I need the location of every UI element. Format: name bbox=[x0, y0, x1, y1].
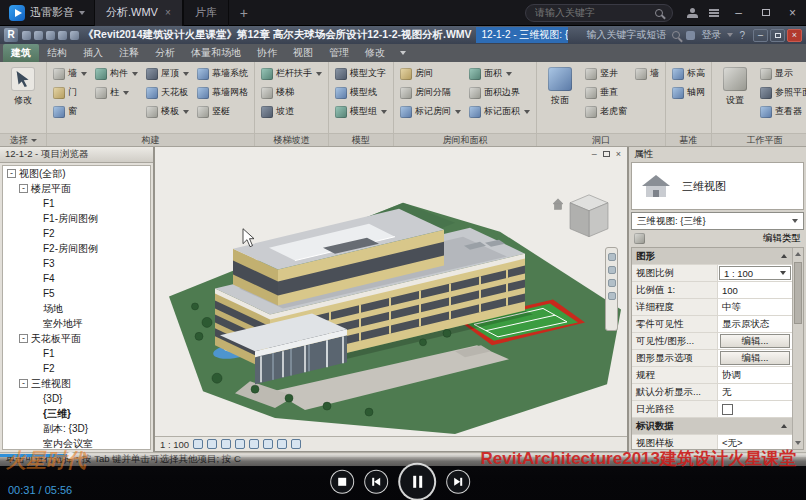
ribbon-tab[interactable]: 插入 bbox=[75, 44, 111, 62]
stair-button[interactable]: 楼梯 bbox=[258, 83, 325, 102]
floor-button[interactable]: 楼板 bbox=[143, 102, 192, 121]
model-group-button[interactable]: 模型组 bbox=[332, 102, 390, 121]
shadows-icon[interactable] bbox=[235, 439, 245, 449]
ribbon-tab[interactable]: 结构 bbox=[39, 44, 75, 62]
quick-access-toolbar[interactable] bbox=[22, 31, 79, 40]
tree-item[interactable]: F1 bbox=[3, 346, 150, 361]
tree-item[interactable]: F5 bbox=[3, 286, 150, 301]
zoom-icon[interactable] bbox=[608, 279, 616, 287]
unlocked-view-icon[interactable] bbox=[291, 439, 301, 449]
navigation-bar[interactable] bbox=[605, 247, 618, 331]
crop-view-icon[interactable] bbox=[263, 439, 273, 449]
vertical-opening-button[interactable]: 垂直 bbox=[582, 83, 630, 102]
next-button[interactable] bbox=[446, 470, 470, 494]
panel-label-circulation[interactable]: 楼梯坡道 bbox=[255, 133, 328, 146]
tab-close-icon[interactable]: × bbox=[165, 7, 171, 18]
infocenter-search-icon[interactable] bbox=[672, 31, 680, 39]
tree-item[interactable]: 室外地坪 bbox=[3, 316, 150, 331]
ceiling-button[interactable]: 天花板 bbox=[143, 83, 192, 102]
property-row[interactable]: 标识数据 bbox=[632, 418, 792, 435]
door-button[interactable]: 门 bbox=[50, 83, 90, 102]
tree-item[interactable]: F3 bbox=[3, 256, 150, 271]
curtain-system-button[interactable]: 幕墙系统 bbox=[194, 64, 251, 83]
detail-level-icon[interactable] bbox=[193, 439, 203, 449]
tree-item[interactable]: 场地 bbox=[3, 301, 150, 316]
player-close-button[interactable]: × bbox=[779, 0, 806, 26]
panel-label-datum[interactable]: 基准 bbox=[666, 133, 711, 146]
property-row[interactable]: 零件可见性 显示原状态 bbox=[632, 316, 792, 333]
property-value[interactable] bbox=[718, 401, 792, 417]
edit-type-button[interactable]: 编辑类型 bbox=[763, 232, 801, 245]
orbit-icon[interactable] bbox=[608, 292, 616, 300]
opening-by-face-button[interactable]: 按面 bbox=[540, 64, 580, 107]
player-tab-library[interactable]: 片库 bbox=[183, 0, 229, 26]
player-minimize-button[interactable]: – bbox=[725, 0, 752, 26]
app-logo[interactable]: 迅雷影音 bbox=[0, 5, 94, 21]
room-separator-button[interactable]: 房间分隔 bbox=[397, 83, 464, 102]
revit-restore-button[interactable] bbox=[770, 29, 785, 42]
tree-item[interactable]: F1 bbox=[3, 196, 150, 211]
property-value[interactable]: 协调 bbox=[718, 367, 792, 383]
tree-item[interactable]: F4 bbox=[3, 271, 150, 286]
property-value[interactable]: 中等 bbox=[718, 299, 792, 315]
redo-icon[interactable] bbox=[58, 31, 67, 40]
ribbon-tab[interactable]: 管理 bbox=[321, 44, 357, 62]
property-row[interactable]: 图形 bbox=[632, 248, 792, 265]
property-row[interactable]: 日光路径 bbox=[632, 401, 792, 418]
sun-path-icon[interactable] bbox=[221, 439, 231, 449]
previous-button[interactable] bbox=[364, 470, 388, 494]
subscription-icon[interactable] bbox=[686, 31, 695, 40]
visual-style-icon[interactable] bbox=[207, 439, 217, 449]
tag-area-button[interactable]: 标记面积 bbox=[466, 102, 533, 121]
property-row[interactable]: 详细程度 中等 bbox=[632, 299, 792, 316]
panel-label-model[interactable]: 模型 bbox=[329, 133, 393, 146]
show-workplane-button[interactable]: 显示 bbox=[757, 64, 806, 83]
ribbon-tab[interactable]: 协作 bbox=[249, 44, 285, 62]
ribbon-tab[interactable]: 修改 bbox=[357, 44, 393, 62]
panel-label-select[interactable]: 选择 bbox=[0, 133, 46, 146]
property-row[interactable]: 比例值 1: 100 bbox=[632, 282, 792, 299]
ribbon-tab[interactable]: 视图 bbox=[285, 44, 321, 62]
player-search-box[interactable] bbox=[525, 4, 673, 22]
tag-room-button[interactable]: 标记房间 bbox=[397, 102, 464, 121]
steering-wheel-icon[interactable] bbox=[608, 253, 616, 261]
tree-item[interactable]: F2 bbox=[3, 226, 150, 241]
set-workplane-button[interactable]: 设置 bbox=[715, 64, 755, 107]
property-value[interactable]: 编辑... bbox=[720, 351, 790, 365]
view-close-icon[interactable]: × bbox=[616, 149, 621, 159]
ribbon-display-toggle-icon[interactable] bbox=[400, 51, 406, 55]
window-button[interactable]: 窗 bbox=[50, 102, 90, 121]
revit-logo[interactable]: R bbox=[4, 28, 18, 42]
panel-label-build[interactable]: 构建 bbox=[47, 133, 254, 146]
ribbon-tab[interactable]: 建筑 bbox=[3, 44, 39, 62]
dormer-opening-button[interactable]: 老虎窗 bbox=[582, 102, 630, 121]
video-area[interactable]: R 《Revit2014建筑设计火星课堂》第12章 高尔夫球场会所设计12-1-… bbox=[0, 26, 806, 500]
user-button[interactable] bbox=[681, 0, 703, 26]
ribbon-tab[interactable]: 分析 bbox=[147, 44, 183, 62]
save-icon[interactable] bbox=[34, 31, 43, 40]
undo-icon[interactable] bbox=[46, 31, 55, 40]
property-value[interactable]: 无 bbox=[718, 384, 792, 400]
tree-item[interactable]: {3D} bbox=[3, 391, 150, 406]
property-value[interactable]: 显示原状态 bbox=[718, 316, 792, 332]
revit-minimize-button[interactable]: – bbox=[753, 29, 768, 42]
property-value[interactable]: 编辑... bbox=[720, 334, 790, 348]
search-input[interactable] bbox=[535, 7, 649, 18]
player-maximize-button[interactable] bbox=[752, 0, 779, 26]
panel-label-room-area[interactable]: 房间和面积 bbox=[394, 133, 536, 146]
property-value[interactable]: 100 bbox=[718, 282, 792, 298]
railing-button[interactable]: 栏杆扶手 bbox=[258, 64, 325, 83]
component-button[interactable]: 构件 bbox=[92, 64, 141, 83]
view-restore-icon[interactable] bbox=[603, 151, 610, 157]
view-scale[interactable]: 1 : 100 bbox=[160, 439, 189, 450]
panel-label-opening[interactable]: 洞口 bbox=[537, 133, 665, 146]
drawing-area[interactable]: – × 1 : 100 bbox=[154, 147, 628, 452]
search-icon[interactable] bbox=[655, 9, 663, 17]
crop-region-visibility-icon[interactable] bbox=[277, 439, 287, 449]
property-row[interactable]: 默认分析显示... 无 bbox=[632, 384, 792, 401]
tree-item[interactable]: F2 bbox=[3, 361, 150, 376]
help-button[interactable]: ? bbox=[739, 30, 745, 41]
ribbon-tab[interactable]: 注释 bbox=[111, 44, 147, 62]
property-value[interactable]: 1 : 100 bbox=[719, 266, 791, 280]
column-button[interactable]: 柱 bbox=[92, 83, 141, 102]
